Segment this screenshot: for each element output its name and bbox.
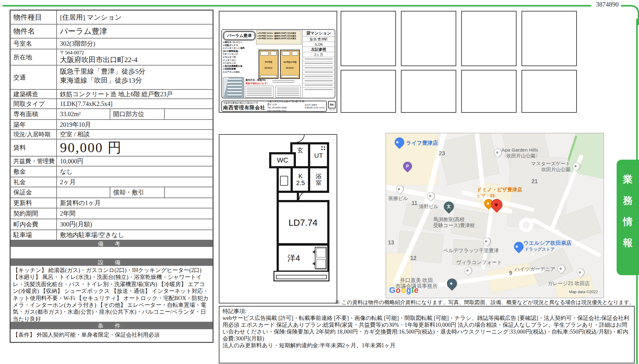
row-label: 物件名 — [11, 25, 57, 38]
row-label-2: 償却・敷引 — [110, 187, 165, 198]
flyer-info-panel: 貸マンション 阪急 豊津駅 1LDK 左記参照 2ヶ月 — [302, 30, 335, 98]
map-label-welcia: ウエルシア吹田泉店 — [523, 240, 572, 246]
miniplan-balcony — [282, 75, 298, 78]
flyer-info-row — [303, 61, 335, 66]
company-hours: 営業時間 10:00~19:00 — [305, 106, 324, 109]
side-tab-char: 報 — [623, 236, 633, 249]
miniplan-size: 33.02㎡ — [259, 66, 278, 70]
room-label: LD7.74 — [288, 218, 318, 228]
table-row-keymoney: 礼金 2ヶ月 — [11, 177, 213, 187]
flyer-miniplan-302: 302号室304号室 33.02㎡ — [280, 50, 300, 79]
row-label: 共益費・管理費 — [11, 157, 57, 166]
map-label-drugstore: ドラッグストア — [525, 246, 555, 252]
row-label: 専有面積 — [11, 109, 57, 119]
table-row-access: 交通 阪急千里線「豊津」徒歩5分 東海道線「吹田」徒歩13分 — [11, 66, 213, 90]
address-zip: 〒564-0072 — [60, 50, 213, 56]
disclaimer-note: ※ この資料は物件の概略紹介資料になります。写真、間取図面、設備、概要などが現況… — [218, 299, 635, 306]
row-value: [住居用] マンション — [57, 11, 213, 24]
map-label-masters: マスターズゲート 吹田片山公園 — [513, 161, 570, 172]
row-label: 契約期間 — [11, 208, 57, 219]
miniplan-balcony — [260, 75, 277, 78]
special-notes-box: 特記事項: webサービス広告掲載 [許可]・転載事前連絡 [不要]・画像の転載… — [219, 306, 635, 363]
office-pin-icon — [445, 276, 459, 290]
company-address: 大阪市東淀川区淡路4丁目9番7号 南西ビル2F — [267, 100, 305, 106]
closet — [315, 247, 327, 269]
row-value — [57, 187, 110, 198]
miniplan-label: 201号室 — [259, 61, 278, 64]
row-label: 礼金 — [11, 177, 57, 187]
miniplan-label: 302号室304号室 — [281, 61, 299, 64]
google-logo: Google — [389, 285, 419, 295]
closet-arrow-icon — [312, 262, 315, 266]
table-row-fees: 共益費・管理費 10,000円 — [11, 157, 213, 166]
miniplan-size: 33.02㎡ — [281, 66, 299, 70]
table-row-room: 号室名 302(3階部分) — [11, 39, 213, 49]
map-label-mabuchi: 馬渕教室(高校 受験コース)豊津校 — [433, 216, 475, 228]
table-row-parking: 駐車場 敷地内駐車場/空きなし — [11, 230, 213, 240]
room-label: 洋4 — [287, 253, 300, 264]
table-row-area: 専有面積 33.02m² 開口部方位 — [11, 109, 213, 120]
flyer-room-list: ●201号室 33.02㎡ 賃料89,000円 3月末退去 ●302号室 33.… — [256, 30, 301, 44]
row-value: 新賃料の1ヶ月 — [57, 198, 213, 208]
room-living-dining: LD7.74 — [277, 200, 329, 245]
miniplan-room-block — [260, 51, 269, 56]
table-row-address: 所在地 〒564-0072 大阪府吹田市出口町22-4 — [11, 49, 213, 66]
miniplan-room-block — [282, 51, 290, 56]
row-value: 鉄筋コンクリート造 地上6階 総戸数23戸 — [57, 90, 213, 98]
company-tel: TEL 06-6990-0888 — [267, 106, 305, 109]
flyer-info-row — [303, 57, 335, 61]
room-label: 浴 室 — [316, 173, 322, 186]
section-header-biko: 備 考 — [11, 240, 213, 247]
section-header-setsubi: 設 備 — [11, 259, 213, 266]
photo-placeholder-box — [341, 70, 396, 113]
row-label: 建築構造 — [11, 90, 57, 98]
section-header-joken: 条 件 — [11, 322, 213, 329]
flyer-info-row — [303, 83, 335, 88]
photo-placeholder-box — [522, 11, 577, 66]
flyer-info-row — [303, 70, 335, 75]
row-label: 町内会費 — [11, 219, 57, 230]
photo-placeholder-box — [401, 70, 456, 113]
flyer-bk-sub: 13ヶ月 — [328, 109, 336, 111]
floor-plan: 玄 UT WC K 2.5 浴 室 LD7.74 洋4 — [219, 134, 337, 303]
google-letter: l — [411, 285, 414, 295]
row-label: 賃料 — [11, 139, 57, 156]
row-value: なし — [57, 166, 213, 177]
map-block-number: 13 — [388, 239, 394, 246]
parking-letter: P — [403, 162, 411, 170]
flyer-layout: 1LDK — [303, 42, 335, 47]
table-row-built: 築年 2019年10月 — [11, 120, 213, 130]
miniplan-room-block — [292, 51, 298, 56]
row-value: 敷地内駐車場/空きなし — [57, 230, 213, 240]
stove-icon — [321, 146, 326, 151]
special-notes-body: webサービス広告掲載 [許可]・転載事前連絡 [不要]・画像の転載 [可能]・… — [223, 315, 631, 342]
flyer-plan-note-box — [245, 86, 274, 98]
row-value: 1LDK[7.74xK2.5x4] — [57, 99, 213, 108]
flyer-info-row — [303, 75, 335, 79]
row-label: 間取タイプ — [11, 99, 57, 108]
property-table: 物件種目 [住居用] マンション 物件名 パーラム豊津 号室名 302(3階部分… — [10, 10, 214, 343]
table-row-term: 契約期間 2年間 — [11, 208, 213, 219]
balcony-rail — [276, 275, 327, 279]
row-value: 10,000円 — [57, 157, 213, 166]
google-letter: G — [389, 285, 396, 295]
page-border-top — [2, 5, 591, 7]
place-pin-icon — [463, 265, 473, 276]
side-tab-char: 情 — [623, 215, 633, 228]
location-map: P 文 ライフ豊津店 23 Apa Garden Hills 〈吹田片山公園〉 … — [386, 133, 604, 298]
flyer-miniplan-201: 201号室 33.02㎡ — [259, 50, 278, 79]
map-label-villa: ヴィラコンフォート — [456, 259, 502, 265]
room-kitchen: K 2.5 — [291, 166, 310, 193]
row-label: 号室名 — [11, 39, 57, 49]
table-row-guarantee: 保証金 償却・敷引 — [11, 187, 213, 198]
row-label: 現況/入居時期 — [11, 130, 57, 139]
property-sheet-page: 3874890 物件種目 [住居用] マンション 物件名 パーラム豊津 号室名 … — [0, 0, 639, 364]
flyer-inner-frame: パーラム豊津 ●201号室 33.02㎡ 賃料89,000円 3月末退去 ●30… — [221, 29, 335, 98]
map-copyright: Map data ©2022 — [568, 290, 599, 294]
map-label-domino: ドミノ・ピザ豊津店 — [477, 187, 522, 193]
row-label: 物件種目 — [11, 11, 57, 24]
closet-door — [316, 259, 326, 269]
map-block-number: 12 — [410, 255, 416, 262]
row-label: 築年 — [11, 120, 57, 129]
map-roundabout — [519, 218, 533, 232]
